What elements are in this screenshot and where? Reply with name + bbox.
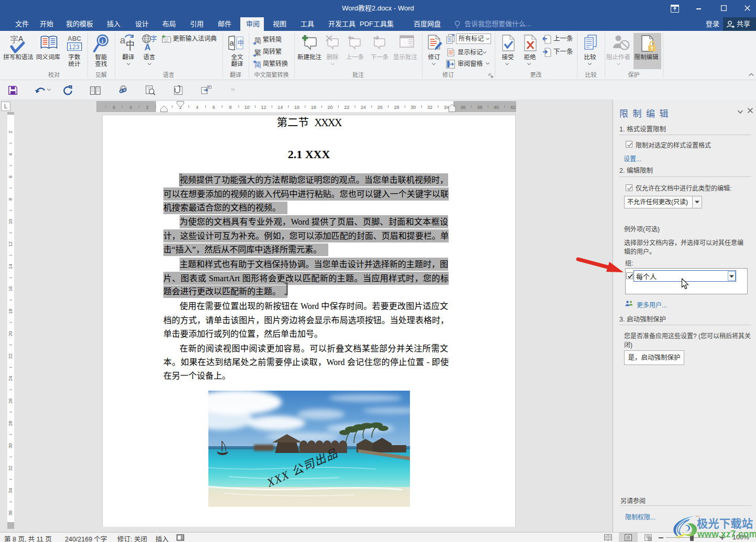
svg-text:12: 12	[261, 105, 266, 110]
svg-text:4: 4	[196, 105, 198, 110]
svg-text:28: 28	[8, 421, 13, 426]
svg-text:A: A	[144, 43, 151, 51]
svg-text:12: 12	[8, 241, 13, 247]
svg-text:A: A	[18, 35, 24, 43]
svg-text:中: 中	[238, 39, 244, 47]
svg-text:40: 40	[494, 105, 499, 110]
svg-text:10: 10	[8, 219, 13, 224]
svg-text:22: 22	[8, 353, 13, 359]
svg-text:30: 30	[8, 443, 13, 448]
svg-text:34: 34	[8, 488, 13, 493]
svg-text:6: 6	[113, 105, 115, 110]
svg-text:字: 字	[10, 35, 18, 44]
svg-text:字: 字	[150, 35, 157, 42]
svg-text:26: 26	[8, 399, 13, 404]
svg-text:36: 36	[8, 511, 13, 516]
svg-text:123: 123	[69, 43, 80, 51]
svg-text:16: 16	[294, 105, 299, 110]
svg-text:18: 18	[8, 308, 13, 314]
svg-text:ABC: ABC	[68, 35, 81, 42]
svg-text:16: 16	[8, 286, 13, 292]
svg-text:14: 14	[8, 264, 13, 269]
svg-text:www.xz7.com: www.xz7.com	[697, 529, 756, 539]
svg-text:i: i	[102, 38, 103, 44]
svg-text:18: 18	[311, 105, 316, 110]
svg-text:26: 26	[377, 105, 383, 110]
svg-text:22: 22	[344, 105, 349, 110]
svg-text:24: 24	[361, 105, 366, 110]
svg-text:极光下载站: 极光下载站	[697, 517, 753, 529]
svg-text:38: 38	[477, 105, 482, 110]
svg-text:24: 24	[8, 376, 13, 381]
svg-text:30: 30	[410, 105, 416, 110]
svg-text:2: 2	[146, 105, 149, 110]
svg-text:28: 28	[394, 105, 399, 110]
svg-text:8: 8	[229, 105, 231, 110]
svg-text:a: a	[230, 38, 235, 47]
svg-text:20: 20	[8, 331, 13, 336]
svg-text:a: a	[120, 35, 126, 46]
svg-text:6: 6	[8, 175, 13, 178]
svg-text:2: 2	[8, 130, 13, 133]
svg-text:32: 32	[427, 105, 432, 110]
svg-text:4: 4	[129, 105, 132, 110]
svg-text:36: 36	[460, 105, 465, 110]
svg-text:20: 20	[327, 105, 332, 110]
svg-text:4: 4	[8, 153, 13, 156]
svg-text:6: 6	[213, 105, 215, 110]
svg-text:10: 10	[244, 105, 250, 110]
svg-text:8: 8	[8, 198, 13, 201]
svg-text:34: 34	[444, 105, 449, 110]
svg-text:14: 14	[277, 105, 283, 110]
svg-text:32: 32	[8, 466, 13, 471]
svg-text:42: 42	[510, 105, 516, 110]
